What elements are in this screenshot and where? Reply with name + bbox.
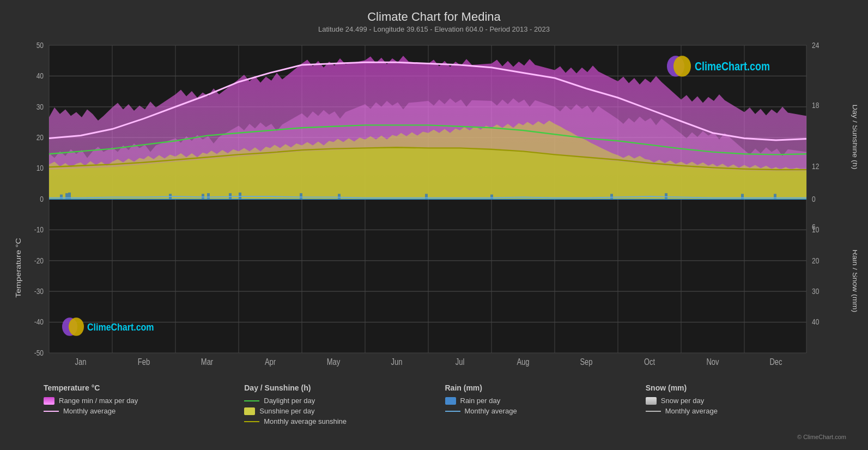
legend-daylight: Daylight per day — [244, 397, 445, 405]
chart-subtitle: Latitude 24.499 - Longitude 39.615 - Ele… — [11, 25, 857, 33]
chart-header: Climate Chart for Medina Latitude 24.499… — [11, 5, 857, 35]
legend-snow: Snow (mm) Snow per day Monthly average ©… — [646, 383, 846, 442]
svg-text:-10: -10 — [34, 225, 44, 234]
legend-sunshine: Sunshine per day — [244, 407, 445, 415]
svg-text:10: 10 — [812, 225, 819, 234]
svg-text:Nov: Nov — [706, 357, 719, 366]
svg-text:0: 0 — [812, 195, 816, 203]
svg-point-81 — [69, 317, 84, 336]
svg-text:ClimeChart.com: ClimeChart.com — [87, 321, 154, 333]
sunshine-label: Sunshine per day — [259, 407, 314, 415]
daylight-label: Daylight per day — [264, 397, 315, 405]
legend-area: Temperature °C Range min / max per day M… — [11, 379, 857, 445]
sunshine-swatch — [244, 407, 255, 415]
svg-text:10: 10 — [37, 164, 44, 172]
temp-range-label: Range min / max per day — [59, 397, 138, 405]
svg-text:50: 50 — [37, 41, 44, 50]
svg-text:Sep: Sep — [580, 357, 592, 366]
legend-sun-title: Day / Sunshine (h) — [244, 383, 445, 392]
svg-text:0: 0 — [40, 195, 44, 203]
svg-text:20: 20 — [812, 256, 819, 265]
legend-snow-avg: Monthly average — [646, 407, 846, 415]
rain-swatch — [445, 397, 456, 405]
svg-text:18: 18 — [812, 101, 819, 110]
svg-text:Mar: Mar — [201, 357, 214, 366]
rain-avg-swatch — [445, 411, 460, 412]
legend-rain-daily: Rain per day — [445, 397, 646, 405]
legend-sun: Day / Sunshine (h) Daylight per day Suns… — [244, 383, 445, 442]
svg-text:Day / Sunshine (h): Day / Sunshine (h) — [851, 104, 857, 169]
legend-temp-range: Range min / max per day — [44, 397, 244, 405]
svg-text:ClimeChart.com: ClimeChart.com — [695, 59, 770, 73]
legend-rain: Rain (mm) Rain per day Monthly average — [445, 383, 646, 442]
svg-text:20: 20 — [37, 133, 44, 142]
svg-text:24: 24 — [812, 41, 819, 50]
svg-text:-50: -50 — [34, 349, 44, 357]
svg-text:-40: -40 — [34, 317, 44, 326]
svg-rect-25 — [60, 195, 63, 199]
svg-rect-39 — [741, 194, 744, 199]
legend-snow-daily: Snow per day — [646, 397, 846, 405]
svg-rect-30 — [207, 193, 210, 199]
svg-text:May: May — [327, 357, 341, 366]
legend-snow-title: Snow (mm) — [646, 383, 846, 392]
svg-text:Rain / Snow (mm): Rain / Snow (mm) — [851, 249, 857, 312]
temp-range-swatch — [44, 397, 54, 405]
rain-label: Rain per day — [460, 397, 501, 405]
svg-text:-20: -20 — [34, 256, 44, 265]
snow-avg-swatch — [646, 411, 661, 412]
svg-text:40: 40 — [37, 71, 44, 80]
svg-rect-38 — [665, 193, 667, 199]
chart-area: 50 40 30 20 10 0 -10 -20 -30 -40 -50 Tem… — [11, 39, 857, 379]
copyright-text: © ClimeChart.com — [646, 434, 846, 442]
svg-text:-30: -30 — [34, 287, 44, 296]
sunshine-avg-label: Monthly average sunshine — [264, 417, 347, 425]
svg-rect-33 — [300, 193, 302, 199]
svg-text:Dec: Dec — [769, 357, 782, 366]
svg-text:Apr: Apr — [265, 357, 276, 366]
svg-rect-34 — [338, 194, 341, 199]
legend-temp-title: Temperature °C — [44, 383, 244, 392]
svg-text:Temperature °C: Temperature °C — [14, 238, 22, 297]
snow-avg-label: Monthly average — [665, 407, 718, 415]
svg-text:Jun: Jun — [391, 357, 403, 366]
rain-avg-label: Monthly average — [465, 407, 517, 415]
svg-text:12: 12 — [812, 162, 819, 171]
svg-rect-40 — [774, 194, 776, 199]
legend-rain-avg: Monthly average — [445, 407, 646, 415]
svg-text:30: 30 — [37, 103, 44, 111]
svg-rect-37 — [610, 194, 613, 199]
svg-text:Aug: Aug — [517, 357, 529, 366]
daylight-swatch — [244, 400, 259, 401]
legend-rain-title: Rain (mm) — [445, 383, 646, 392]
svg-rect-36 — [490, 195, 493, 199]
svg-rect-32 — [239, 193, 241, 199]
legend-sunshine-avg: Monthly average sunshine — [244, 417, 445, 425]
svg-text:Jan: Jan — [75, 357, 87, 366]
snow-swatch — [646, 397, 657, 405]
svg-text:40: 40 — [812, 317, 819, 326]
svg-text:Feb: Feb — [138, 357, 150, 366]
main-chart-svg: 50 40 30 20 10 0 -10 -20 -30 -40 -50 Tem… — [11, 39, 857, 379]
temp-avg-swatch — [44, 411, 59, 412]
svg-rect-35 — [425, 194, 428, 199]
legend-temp-avg: Monthly average — [44, 407, 244, 415]
chart-title: Climate Chart for Medina — [11, 10, 857, 24]
svg-point-78 — [673, 56, 691, 76]
svg-text:Jul: Jul — [456, 357, 465, 366]
svg-text:30: 30 — [812, 287, 819, 296]
svg-rect-29 — [202, 194, 204, 199]
page-wrapper: Climate Chart for Medina Latitude 24.499… — [0, 0, 868, 450]
snow-label: Snow per day — [661, 397, 705, 405]
sunshine-avg-swatch — [244, 421, 259, 422]
temp-avg-label: Monthly average — [63, 407, 116, 415]
legend-temp: Temperature °C Range min / max per day M… — [44, 383, 244, 442]
svg-text:Oct: Oct — [644, 357, 655, 366]
